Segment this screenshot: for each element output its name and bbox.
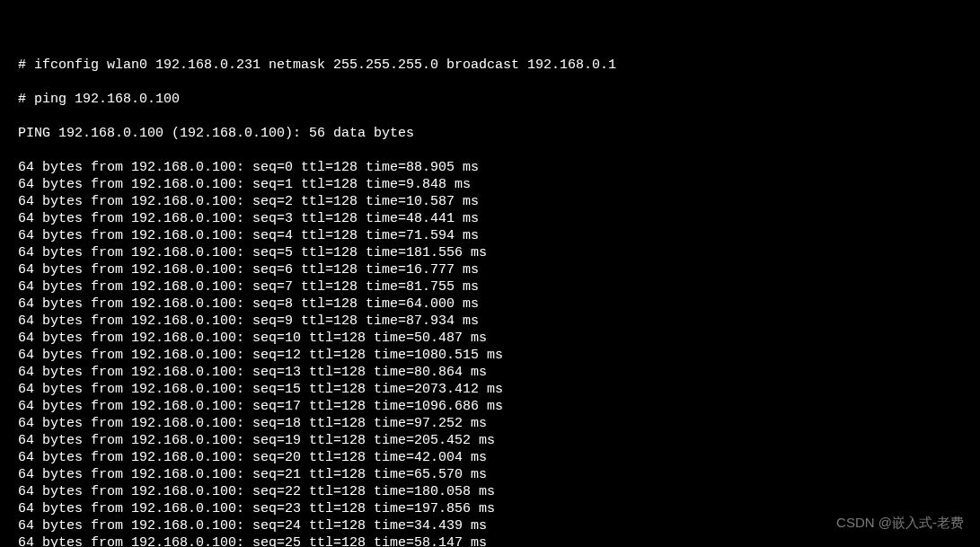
- ping-reply-line: 64 bytes from 192.168.0.100: seq=8 ttl=1…: [18, 296, 980, 313]
- ping-reply-line: 64 bytes from 192.168.0.100: seq=0 ttl=1…: [18, 159, 980, 176]
- ping-reply-line: 64 bytes from 192.168.0.100: seq=24 ttl=…: [18, 517, 980, 534]
- ping-reply-line: 64 bytes from 192.168.0.100: seq=20 ttl=…: [18, 449, 980, 466]
- ping-reply-line: 64 bytes from 192.168.0.100: seq=13 ttl=…: [18, 364, 980, 381]
- ping-reply-line: 64 bytes from 192.168.0.100: seq=21 ttl=…: [18, 466, 980, 483]
- terminal-output[interactable]: # ifconfig wlan0 192.168.0.231 netmask 2…: [0, 0, 980, 547]
- ping-reply-line: 64 bytes from 192.168.0.100: seq=5 ttl=1…: [18, 244, 980, 261]
- ping-reply-line: 64 bytes from 192.168.0.100: seq=3 ttl=1…: [18, 210, 980, 227]
- ping-replies: 64 bytes from 192.168.0.100: seq=0 ttl=1…: [18, 159, 980, 547]
- ping-reply-line: 64 bytes from 192.168.0.100: seq=2 ttl=1…: [18, 193, 980, 210]
- ping-reply-line: 64 bytes from 192.168.0.100: seq=19 ttl=…: [18, 432, 980, 449]
- ping-reply-line: 64 bytes from 192.168.0.100: seq=1 ttl=1…: [18, 176, 980, 193]
- ping-reply-line: 64 bytes from 192.168.0.100: seq=7 ttl=1…: [18, 278, 980, 296]
- ping-reply-line: 64 bytes from 192.168.0.100: seq=18 ttl=…: [18, 415, 980, 432]
- ping-reply-line: 64 bytes from 192.168.0.100: seq=12 ttl=…: [18, 347, 980, 364]
- blank-line: [18, 22, 980, 40]
- cmd-ifconfig: # ifconfig wlan0 192.168.0.231 netmask 2…: [18, 57, 980, 74]
- ping-reply-line: 64 bytes from 192.168.0.100: seq=15 ttl=…: [18, 381, 980, 398]
- ping-reply-line: 64 bytes from 192.168.0.100: seq=25 ttl=…: [18, 534, 980, 547]
- ping-reply-line: 64 bytes from 192.168.0.100: seq=9 ttl=1…: [18, 313, 980, 330]
- ping-reply-line: 64 bytes from 192.168.0.100: seq=17 ttl=…: [18, 398, 980, 415]
- ping-reply-line: 64 bytes from 192.168.0.100: seq=10 ttl=…: [18, 330, 980, 347]
- ping-header: PING 192.168.0.100 (192.168.0.100): 56 d…: [18, 125, 980, 142]
- ping-reply-line: 64 bytes from 192.168.0.100: seq=23 ttl=…: [18, 500, 980, 517]
- ping-reply-line: 64 bytes from 192.168.0.100: seq=4 ttl=1…: [18, 227, 980, 244]
- ping-reply-line: 64 bytes from 192.168.0.100: seq=22 ttl=…: [18, 483, 980, 500]
- ping-reply-line: 64 bytes from 192.168.0.100: seq=6 ttl=1…: [18, 261, 980, 278]
- cmd-ping: # ping 192.168.0.100: [18, 91, 980, 108]
